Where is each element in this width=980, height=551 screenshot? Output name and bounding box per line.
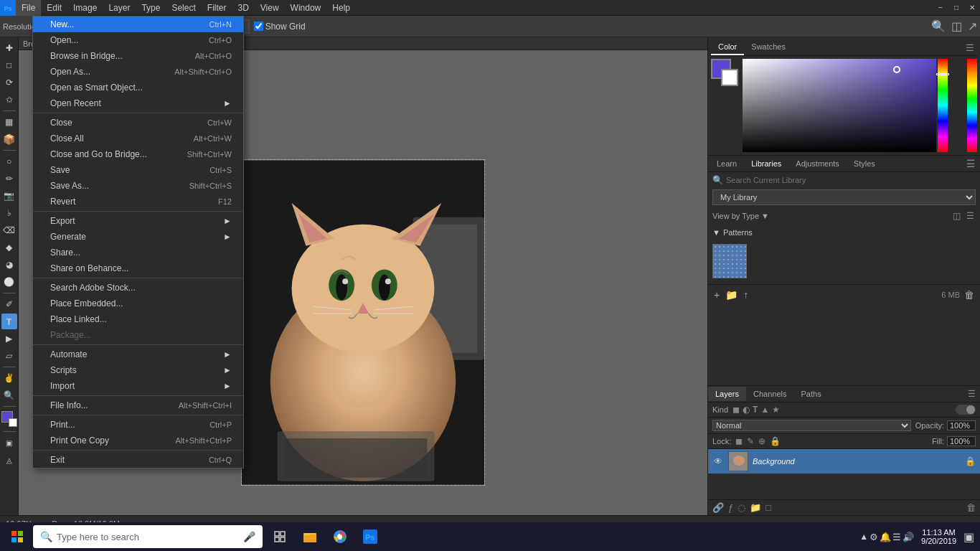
menu-share[interactable]: Share... — [33, 245, 243, 260]
start-button[interactable] — [6, 525, 29, 548]
menu-print-one[interactable]: Print One Copy Alt+Shift+Ctrl+P — [33, 433, 243, 448]
tab-channels[interactable]: Channels — [746, 387, 793, 401]
menu-open[interactable]: Open... Ctrl+O — [33, 32, 243, 48]
lock-artboard-icon[interactable]: ⊕ — [758, 436, 765, 446]
menu-filter[interactable]: Filter — [202, 0, 232, 16]
lock-all-icon[interactable]: 🔒 — [770, 436, 781, 446]
maximize-button[interactable]: □ — [948, 0, 964, 16]
eraser-tool[interactable]: ⌫ — [1, 222, 17, 238]
toolbar-color-swatch[interactable] — [1, 411, 17, 427]
menu-save[interactable]: Save Ctrl+S — [33, 162, 243, 178]
lock-pixels-icon[interactable]: ◼ — [735, 436, 743, 446]
tab-layers[interactable]: Layers — [708, 387, 746, 401]
show-grid-input[interactable] — [254, 22, 263, 31]
minimize-button[interactable]: − — [933, 0, 948, 16]
close-button[interactable]: ✕ — [964, 0, 980, 16]
pixel-filter-icon[interactable]: ◼ — [732, 405, 740, 415]
background-color[interactable] — [721, 69, 738, 86]
share-icon[interactable]: ↗ — [968, 19, 977, 33]
tray-network-icon[interactable]: ☰ — [892, 532, 901, 542]
menu-scripts[interactable]: Scripts ► — [33, 362, 243, 378]
tray-up-icon[interactable]: ▲ — [859, 532, 868, 542]
view-by-type-label[interactable]: View by Type ▼ — [712, 212, 769, 220]
menu-open-recent[interactable]: Open Recent ► — [33, 95, 243, 111]
add-style-button[interactable]: ƒ — [728, 502, 733, 513]
lock-position-icon[interactable]: ✎ — [747, 436, 754, 446]
menu-new[interactable]: New... Ctrl+N — [33, 17, 243, 32]
menu-place-linked[interactable]: Place Linked... — [33, 311, 243, 327]
library-folder-button[interactable]: 📁 — [724, 288, 739, 302]
tab-swatches[interactable]: Swatches — [744, 40, 793, 55]
path-tool[interactable]: ▶ — [1, 331, 17, 347]
menu-export[interactable]: Export ► — [33, 213, 243, 229]
photoshop-taskbar-button[interactable]: Ps — [357, 522, 383, 551]
clone-tool[interactable]: 📷 — [1, 188, 17, 204]
menu-close-all[interactable]: Close All Alt+Ctrl+W — [33, 131, 243, 146]
menu-save-as[interactable]: Save As... Shift+Ctrl+S — [33, 178, 243, 194]
menu-file[interactable]: File — [16, 0, 41, 16]
healing-tool[interactable]: ○ — [1, 154, 17, 169]
tray-icon-1[interactable]: ⚙ — [870, 532, 878, 542]
library-search-input[interactable] — [726, 176, 976, 184]
filter-toggle[interactable] — [956, 405, 976, 415]
menu-search-stock[interactable]: Search Adobe Stock... — [33, 280, 243, 296]
menu-edit[interactable]: Edit — [41, 0, 67, 16]
menu-place-embedded[interactable]: Place Embedded... — [33, 296, 243, 311]
blur-tool[interactable]: ◕ — [1, 257, 17, 273]
add-to-library-button[interactable]: + — [712, 288, 721, 302]
color-picker[interactable] — [743, 59, 948, 152]
brush-tool[interactable]: ✏ — [1, 171, 17, 187]
library-cloud-button[interactable]: ↑ — [742, 288, 750, 302]
dodge-tool[interactable]: ⚪ — [1, 274, 17, 290]
arrange-icon[interactable]: ◫ — [951, 19, 962, 33]
hue-bar[interactable] — [938, 59, 948, 152]
adjust-filter-icon[interactable]: ◐ — [743, 405, 750, 415]
history-brush-tool[interactable]: ♭ — [1, 205, 17, 221]
library-trash-button[interactable]: 🗑 — [963, 288, 976, 302]
type-tool[interactable]: T — [1, 314, 17, 329]
lasso-tool[interactable]: ⟳ — [1, 75, 17, 90]
menu-3d[interactable]: 3D — [232, 0, 254, 16]
libraries-menu[interactable]: ☰ — [966, 158, 976, 169]
toolbar-bg-color[interactable] — [9, 418, 17, 427]
rect-select-tool[interactable]: □ — [1, 57, 17, 73]
menu-image[interactable]: Image — [67, 0, 103, 16]
voice-search-icon[interactable]: 🎤 — [243, 531, 255, 542]
fill-input[interactable] — [947, 436, 976, 446]
magic-wand-tool[interactable]: ✩ — [1, 92, 17, 108]
opacity-input[interactable] — [947, 420, 976, 430]
menu-file-info[interactable]: File Info... Alt+Shift+Ctrl+I — [33, 397, 243, 413]
layer-name[interactable]: Background — [753, 457, 961, 466]
menu-generate[interactable]: Generate ► — [33, 229, 243, 245]
library-select[interactable]: My Library — [712, 189, 976, 205]
file-explorer-button[interactable] — [297, 522, 323, 551]
move-tool[interactable]: ✚ — [1, 40, 17, 56]
hand-tool[interactable]: ✌ — [1, 370, 17, 386]
tab-paths[interactable]: Paths — [794, 387, 829, 401]
library-dropdown[interactable]: My Library — [712, 189, 976, 205]
search-icon[interactable]: 🔍 — [931, 19, 946, 33]
zoom-tool[interactable]: 🔍 — [1, 387, 17, 403]
menu-help[interactable]: Help — [326, 0, 356, 16]
tab-color[interactable]: Color — [711, 40, 744, 55]
text-filter-icon[interactable]: T — [753, 405, 758, 415]
tab-learn[interactable]: Learn — [712, 157, 741, 170]
menu-open-as[interactable]: Open As... Alt+Shift+Ctrl+O — [33, 64, 243, 80]
menu-close-bridge[interactable]: Close and Go to Bridge... Shift+Ctrl+W — [33, 146, 243, 162]
color-spectrum[interactable] — [967, 59, 977, 152]
shape-tool[interactable]: ▱ — [1, 348, 17, 364]
add-mask-button[interactable]: ◌ — [738, 502, 745, 513]
menu-browse-bridge[interactable]: Browse in Bridge... Alt+Ctrl+O — [33, 48, 243, 64]
grid-view-icon[interactable]: ◫ — [951, 209, 962, 222]
tray-notification-icon[interactable]: ▣ — [963, 530, 974, 544]
menu-type[interactable]: Type — [136, 0, 166, 16]
list-view-icon[interactable]: ☰ — [965, 209, 976, 222]
menu-window[interactable]: Window — [285, 0, 327, 16]
link-layers-button[interactable]: 🔗 — [712, 502, 724, 513]
create-layer-button[interactable]: □ — [765, 502, 771, 513]
task-view-button[interactable] — [267, 522, 293, 551]
tray-icon-2[interactable]: 🔔 — [880, 532, 891, 542]
menu-import[interactable]: Import ► — [33, 378, 243, 394]
menu-print[interactable]: Print... Ctrl+P — [33, 417, 243, 433]
menu-automate[interactable]: Automate ► — [33, 347, 243, 362]
